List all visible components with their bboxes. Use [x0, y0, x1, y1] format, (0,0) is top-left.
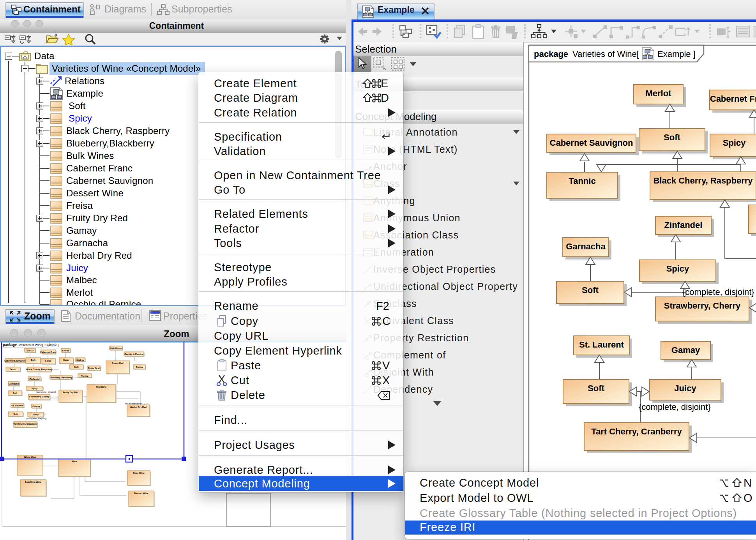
svg-text:Juicy: Juicy [674, 383, 696, 393]
svg-text:package: package [534, 49, 568, 59]
svg-text:Example ]: Example ] [657, 49, 696, 59]
svg-text:Varieties of Wine[: Varieties of Wine[ [572, 49, 639, 59]
svg-text:Strawberry, Cherry: Strawberry, Cherry [664, 301, 741, 311]
svg-text:St. Laurent: St. Laurent [579, 340, 624, 349]
svg-text:Soft: Soft [582, 285, 599, 295]
svg-text:Soft: Soft [588, 383, 604, 393]
svg-text:Tannic: Tannic [569, 176, 595, 186]
svg-text:{complete, disjoint}: {complete, disjoint} [682, 287, 754, 297]
svg-text:Zinfandel: Zinfandel [664, 220, 703, 230]
svg-text:Soft: Soft [664, 132, 680, 142]
svg-text:{complete, disjoint}: {complete, disjoint} [639, 402, 711, 412]
svg-text:Merlot: Merlot [646, 88, 672, 98]
svg-text:Spicy: Spicy [723, 138, 746, 148]
svg-text:Spicy: Spicy [666, 264, 689, 274]
svg-text:Garnacha: Garnacha [566, 242, 606, 251]
svg-text:Gamay: Gamay [671, 345, 700, 355]
svg-text:Cabernet Sauvignon: Cabernet Sauvignon [550, 138, 633, 148]
svg-text:Cabernet Fr: Cabernet Fr [710, 94, 756, 104]
svg-text:Black Cherry, Raspberry: Black Cherry, Raspberry [653, 176, 753, 185]
svg-text:Tart Cherry, Cranberry: Tart Cherry, Cranberry [591, 427, 682, 436]
